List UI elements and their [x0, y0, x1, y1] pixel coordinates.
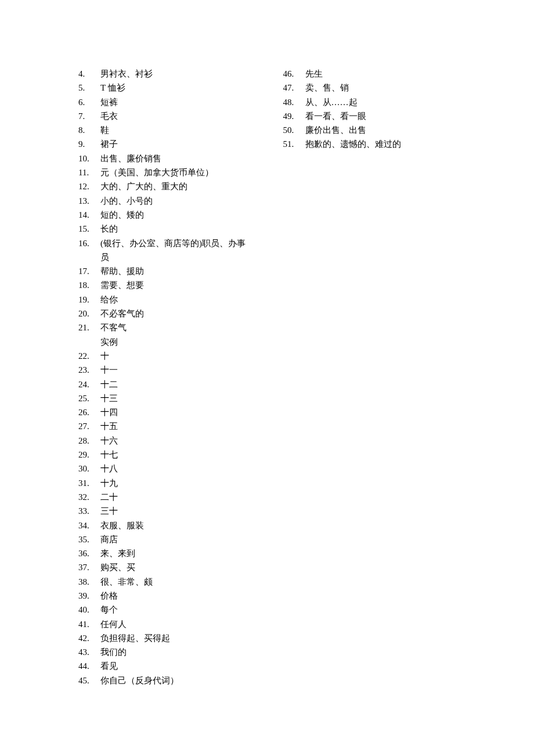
item-number: 7. [78, 109, 100, 123]
list-item: 9.裙子 [78, 137, 260, 151]
item-text: 十七 [100, 448, 260, 462]
item-text: 三十 [100, 504, 260, 518]
list-item: 15.长的 [78, 222, 260, 236]
list-item: 32.二十 [78, 490, 260, 504]
list-item: 29.十七 [78, 448, 260, 462]
list-item: 10.出售、廉价销售 [78, 152, 260, 165]
item-number: 15. [78, 222, 100, 236]
list-item: 48.从、从……起 [283, 95, 465, 109]
item-number: 33. [78, 504, 100, 518]
list-item: 8.鞋 [78, 123, 260, 137]
item-number: 14. [78, 208, 100, 222]
item-text: 每个 [100, 603, 260, 617]
item-text: T 恤衫 [100, 81, 260, 95]
list-item: 47.卖、售、销 [283, 81, 465, 95]
list-item: 13.小的、小号的 [78, 194, 260, 208]
item-number: 49. [283, 109, 305, 123]
list-item: 20.不必客气的 [78, 307, 260, 321]
list-item: 45.你自己（反身代词） [78, 674, 260, 687]
item-number: 37. [78, 560, 100, 574]
item-sub-text: 员 [78, 250, 260, 264]
list-item: 50.廉价出售、出售 [283, 123, 465, 137]
item-number: 11. [78, 165, 100, 179]
item-text: 我们的 [100, 645, 260, 659]
item-number: 46. [283, 67, 305, 81]
list-item: 43.我们的 [78, 645, 260, 659]
list-item: 4.男衬衣、衬衫 [78, 67, 260, 81]
item-number: 25. [78, 391, 100, 405]
item-number: 40. [78, 603, 100, 617]
item-number: 10. [78, 152, 100, 165]
list-item: 37.购买、买 [78, 560, 260, 574]
item-text: 十二 [100, 377, 260, 391]
item-number: 43. [78, 645, 100, 659]
item-text: 十一 [100, 363, 260, 377]
item-text: 从、从……起 [305, 95, 465, 109]
right-column: 46.先生47.卖、售、销48.从、从……起49.看一看、看一眼50.廉价出售、… [283, 67, 465, 687]
item-number: 8. [78, 123, 100, 137]
item-text: 毛衣 [100, 109, 260, 123]
list-item: 22.十 [78, 349, 260, 363]
item-text: 先生 [305, 67, 465, 81]
item-number: 13. [78, 194, 100, 208]
item-number: 30. [78, 462, 100, 476]
list-item: 19.给你 [78, 293, 260, 307]
item-number: 50. [283, 123, 305, 137]
item-text: 鞋 [100, 123, 260, 137]
list-item: 11.元（美国、加拿大货币单位） [78, 165, 260, 179]
item-number: 26. [78, 405, 100, 419]
list-item: 12.大的、广大的、重大的 [78, 179, 260, 193]
document-content: 4.男衬衣、衬衫5.T 恤衫6.短裤7.毛衣8.鞋9.裙子10.出售、廉价销售1… [0, 0, 534, 687]
list-item: 24.十二 [78, 377, 260, 391]
list-item: 18.需要、想要 [78, 278, 260, 292]
list-item: 30.十八 [78, 462, 260, 476]
item-text: 需要、想要 [100, 278, 260, 292]
item-number: 23. [78, 363, 100, 377]
list-item: 44.看见 [78, 659, 260, 673]
item-number: 18. [78, 278, 100, 292]
item-text: 十九 [100, 476, 260, 490]
item-text: 你自己（反身代词） [100, 674, 260, 687]
item-number: 51. [283, 137, 305, 151]
list-item: 41.任何人 [78, 617, 260, 631]
item-number: 24. [78, 377, 100, 391]
item-text: 不客气 [100, 321, 260, 334]
item-number: 4. [78, 67, 100, 81]
item-text: 大的、广大的、重大的 [100, 179, 260, 193]
list-item: 7.毛衣 [78, 109, 260, 123]
item-text: 小的、小号的 [100, 194, 260, 208]
left-column: 4.男衬衣、衬衫5.T 恤衫6.短裤7.毛衣8.鞋9.裙子10.出售、廉价销售1… [78, 67, 260, 687]
list-item: 17.帮助、援助 [78, 264, 260, 278]
item-number: 41. [78, 617, 100, 631]
item-number: 36. [78, 546, 100, 560]
item-number: 17. [78, 264, 100, 278]
item-text: 短的、矮的 [100, 208, 260, 222]
list-item: 40.每个 [78, 603, 260, 617]
list-item: 33.三十 [78, 504, 260, 518]
item-number: 39. [78, 589, 100, 603]
item-text: 负担得起、买得起 [100, 631, 260, 645]
list-item: 51.抱歉的、遗憾的、难过的 [283, 137, 465, 151]
item-text: 短裤 [100, 95, 260, 109]
list-item: 26.十四 [78, 405, 260, 419]
list-item: 6.短裤 [78, 95, 260, 109]
item-number: 9. [78, 137, 100, 151]
item-number: 48. [283, 95, 305, 109]
item-number: 34. [78, 519, 100, 532]
item-number: 42. [78, 631, 100, 645]
item-text: 廉价出售、出售 [305, 123, 465, 137]
list-item: 36.来、来到 [78, 546, 260, 560]
list-item: 46.先生 [283, 67, 465, 81]
item-number: 5. [78, 81, 100, 95]
item-text: 给你 [100, 293, 260, 307]
item-number: 20. [78, 307, 100, 321]
item-text: 购买、买 [100, 560, 260, 574]
item-text: 十八 [100, 462, 260, 476]
list-item: 25.十三 [78, 391, 260, 405]
item-text: 十六 [100, 434, 260, 448]
item-text: 男衬衣、衬衫 [100, 67, 260, 81]
item-text: 帮助、援助 [100, 264, 260, 278]
item-text: 裙子 [100, 137, 260, 151]
item-text: 元（美国、加拿大货币单位） [100, 165, 260, 179]
item-text: 看见 [100, 659, 260, 673]
